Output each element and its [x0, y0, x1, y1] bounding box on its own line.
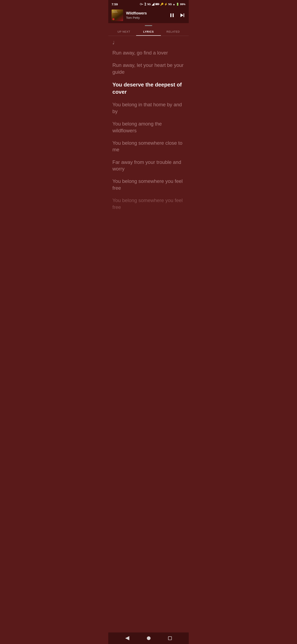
- player-controls: [169, 12, 185, 18]
- svg-rect-9: [159, 4, 159, 5]
- status-icons: 5G 🔑 ⚡ 5G ▲ 🔋 99%: [140, 2, 185, 6]
- svg-rect-12: [170, 14, 171, 17]
- lyric-line-3[interactable]: You deserve the deepest of cover: [112, 81, 185, 96]
- lyric-line-4[interactable]: You belong in that home by and by: [112, 101, 185, 115]
- music-note-icon: ♩: [112, 40, 185, 46]
- status-time: 7:59: [112, 2, 118, 6]
- album-art[interactable]: Tom PettyWildflowers: [112, 10, 123, 21]
- lyric-line-1[interactable]: Run away, go find a lover: [112, 50, 185, 56]
- now-playing-header: Tom PettyWildflowers Wildflowers Tom Pet…: [108, 8, 189, 23]
- key-icon: [140, 3, 143, 6]
- lyric-line-2[interactable]: Run away, let your heart be your guide: [112, 62, 185, 75]
- tab-up-next[interactable]: UP NEXT: [112, 27, 136, 36]
- tabs-container: UP NEXT LYRICS RELATED: [108, 27, 189, 36]
- lyrics-container: ♩ Run away, go find a loverRun away, let…: [108, 36, 189, 233]
- track-info: Wildflowers Tom Petty: [126, 11, 166, 20]
- network-5g: 5G: [147, 3, 151, 6]
- track-artist: Tom Petty: [126, 16, 166, 20]
- skip-next-button[interactable]: [179, 12, 185, 18]
- svg-point-0: [140, 3, 142, 5]
- lyric-line-6[interactable]: You belong somewhere close to me: [112, 140, 185, 153]
- svg-rect-15: [184, 14, 184, 17]
- svg-marker-7: [152, 3, 154, 6]
- svg-rect-2: [143, 4, 143, 5]
- bluetooth-icon: [144, 2, 146, 6]
- signal-icon: [152, 3, 154, 6]
- lyric-line-8[interactable]: You belong somewhere you feel free: [112, 178, 185, 191]
- tab-lyrics[interactable]: LYRICS: [136, 27, 161, 36]
- pause-button[interactable]: [169, 12, 175, 18]
- lyric-line-9[interactable]: You belong somewhere you feel free: [112, 197, 185, 210]
- svg-marker-14: [180, 14, 183, 17]
- battery-icon: [155, 3, 159, 5]
- status-bar: 7:59 5G 🔑 ⚡ 5G ▲ 🔋 99%: [108, 0, 189, 8]
- drag-handle-container[interactable]: [108, 23, 189, 27]
- track-title: Wildflowers: [126, 11, 166, 16]
- svg-rect-3: [142, 4, 143, 5]
- drag-handle: [145, 25, 152, 26]
- battery-percent: 🔑 ⚡ 5G ▲ 🔋 99%: [160, 3, 185, 6]
- lyric-line-5[interactable]: You belong among the wildflowers: [112, 120, 185, 134]
- svg-line-11: [157, 3, 157, 5]
- lyric-line-7[interactable]: Far away from your trouble and worry: [112, 159, 185, 172]
- svg-rect-13: [173, 14, 174, 17]
- tab-related[interactable]: RELATED: [161, 27, 185, 36]
